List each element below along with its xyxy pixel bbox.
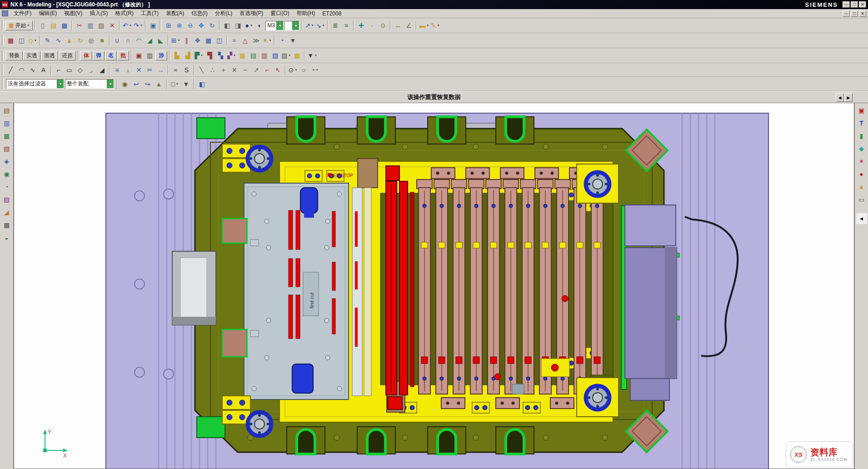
hd3d-tools-tab[interactable]: ◈ — [1, 156, 12, 167]
doc-restore-button[interactable]: □ — [851, 10, 858, 17]
perspective-button[interactable]: ◧ — [222, 20, 232, 31]
resource-collapse-button[interactable]: ◀ — [856, 213, 867, 224]
mold-bom-button[interactable]: ▨ — [270, 50, 280, 61]
zoom-in-out-button[interactable]: ⊖ — [185, 20, 195, 31]
process-studio-tab[interactable]: ◢ — [1, 207, 12, 218]
system-materials-tab[interactable]: ▨ — [1, 194, 12, 205]
trim-body-button[interactable]: ◣ — [155, 35, 166, 46]
spline-button[interactable]: ∿ — [27, 65, 38, 75]
mold-insert-button[interactable]: ▚ — [215, 50, 226, 61]
layer-settings-button[interactable]: ≣ — [330, 20, 340, 31]
mold-pocket-button-dropdown[interactable]: ▼ — [233, 54, 236, 57]
cad-scene[interactable]: ED STOP — [14, 103, 854, 469]
highlight-button[interactable]: ▲ — [154, 79, 164, 89]
mold-electrode-button[interactable]: ▥ — [259, 50, 269, 61]
name-tool-button[interactable]: 名 — [105, 51, 117, 60]
rotate-button[interactable]: ↻ — [207, 20, 217, 31]
restore-button[interactable]: 还原 — [59, 51, 76, 60]
manufacturing-wizard-tab[interactable]: ▩ — [1, 220, 12, 230]
subtract-button[interactable]: ∩ — [123, 35, 133, 46]
mold-view-manager-button-dropdown[interactable]: ▼ — [288, 54, 291, 57]
curve-button[interactable]: ∿ — [53, 35, 64, 46]
hole-button[interactable]: ◎ — [86, 35, 96, 46]
show-and-hide-button-dropdown[interactable]: ▼ — [311, 24, 314, 27]
menu-file[interactable]: 文件(F) — [10, 9, 35, 18]
undo-button-dropdown[interactable]: ▼ — [129, 24, 132, 27]
mold-slider-button[interactable]: ▤ — [248, 50, 259, 61]
wcs-dynamics-button[interactable]: ✚ — [356, 20, 366, 31]
rectangle-button[interactable]: ▭ — [64, 65, 75, 75]
shaded-with-edges-button-dropdown[interactable]: ▼ — [250, 24, 253, 27]
watermark[interactable]: XS 资料库 ZL.XS1616.COM — [786, 441, 853, 468]
plus-point-button[interactable]: + — [218, 65, 229, 75]
gold-tool-tab[interactable]: ▲ — [856, 181, 867, 192]
cut-button[interactable]: ✂ — [74, 20, 85, 31]
scroll-left-button[interactable]: ◀ — [836, 93, 844, 102]
pan-button[interactable]: ✥ — [196, 20, 206, 31]
view-background-combo[interactable]: ▼ — [284, 21, 299, 30]
scroll-right-button[interactable]: ▶ — [844, 93, 853, 102]
undo-button[interactable]: ↶▼ — [122, 20, 132, 31]
fit-view-button[interactable]: ⊞ — [163, 20, 174, 31]
fillet-curve-button[interactable]: ◞ — [86, 65, 96, 75]
measure-angle-button[interactable]: ∠ — [404, 20, 414, 31]
web-browser-tab[interactable]: ◉ — [1, 169, 12, 180]
split-screen-button[interactable]: ◫ — [16, 35, 27, 46]
menu-information[interactable]: 信息(I) — [188, 9, 211, 18]
mold-trim-button[interactable]: ▛▼ — [194, 50, 204, 61]
punch-strips[interactable] — [417, 168, 613, 409]
toolbar-grip[interactable] — [1, 65, 4, 75]
pattern-tool-button[interactable]: ▨ — [145, 50, 155, 61]
section-view-button[interactable]: ◨ — [233, 20, 243, 31]
circle-center-button-dropdown[interactable]: ▼ — [294, 69, 297, 71]
new-file-button[interactable]: ▯ — [37, 20, 48, 31]
left-insert-plate-gray[interactable]: first cut — [244, 183, 371, 399]
arc-3pt-button-dropdown[interactable]: ▼ — [316, 69, 319, 71]
studio-spline-button[interactable]: ≈ — [170, 65, 181, 75]
menu-help[interactable]: 帮助(H) — [293, 9, 319, 18]
selection-filter-combo[interactable]: 没有选择过滤器▼ — [6, 79, 64, 89]
mold-parting-button[interactable]: ▜ — [205, 50, 215, 61]
chamfer-button[interactable]: ◢ — [145, 35, 155, 46]
trim-curve-button[interactable]: ✂ — [145, 65, 155, 75]
previous-selection-button[interactable]: ↩ — [131, 79, 141, 89]
selection-filter-combo-arrow[interactable]: ▼ — [57, 80, 64, 88]
red-dot-tool-tab[interactable]: ● — [856, 169, 867, 180]
circle-center-button[interactable]: ⊙▼ — [288, 65, 298, 75]
menu-analysis[interactable]: 分析(L) — [211, 9, 236, 18]
interference-check-button[interactable]: △ — [240, 35, 250, 46]
ruler-button[interactable]: ▬▼ — [419, 20, 429, 31]
snap-enable-button[interactable]: ◉ — [120, 79, 130, 89]
menu-tools[interactable]: 工具(T) — [137, 9, 162, 18]
profile-button[interactable]: ⌐ — [53, 65, 64, 75]
view-background-combo-arrow[interactable]: ▼ — [292, 21, 299, 30]
polygon-button[interactable]: ◇ — [75, 65, 85, 75]
menu-assemblies[interactable]: 装配(A) — [162, 9, 188, 18]
annotation-button-dropdown[interactable]: ▼ — [437, 24, 440, 27]
point-set-button[interactable]: ∴ — [207, 65, 218, 75]
basic-line-button[interactable]: ╲ — [196, 65, 207, 75]
doc-minimize-button[interactable]: ─ — [843, 10, 850, 17]
measure-distance-button[interactable]: ↔ — [393, 20, 403, 31]
hide-button-dropdown[interactable]: ▼ — [322, 24, 325, 27]
doc-close-button[interactable]: ✕ — [859, 10, 866, 17]
start-menu-button[interactable]: ▦开始▼ — [5, 21, 33, 30]
point-dialog-button[interactable]: ⊙ — [378, 20, 388, 31]
mold-view-manager-button[interactable]: ▧▼ — [281, 50, 291, 61]
move-component-button[interactable]: ✥ — [192, 35, 203, 46]
cross-point-button[interactable]: ✕ — [229, 65, 239, 75]
document-system-icon[interactable] — [2, 10, 8, 16]
select-mode-dropdown[interactable]: ▼ — [181, 79, 191, 89]
menu-format[interactable]: 格式(R) — [111, 9, 137, 18]
open-file-button[interactable]: ▤ — [48, 20, 59, 31]
paste-button[interactable]: ▧ — [96, 20, 106, 31]
intersect-curve-button[interactable]: ✕ — [134, 65, 144, 75]
redo-button-dropdown[interactable]: ▼ — [140, 24, 143, 27]
part-navigator-tab[interactable]: ▦ — [1, 130, 12, 141]
dashed-line-button[interactable]: ╌ — [240, 65, 250, 75]
menu-preferences[interactable]: 首选项(P) — [236, 9, 267, 18]
right-purple-blocks[interactable] — [621, 205, 679, 400]
render-style-combo-arrow[interactable]: ▼ — [276, 21, 283, 30]
toolbar-grip[interactable] — [1, 50, 4, 61]
circle-button[interactable]: ○ — [299, 65, 309, 75]
